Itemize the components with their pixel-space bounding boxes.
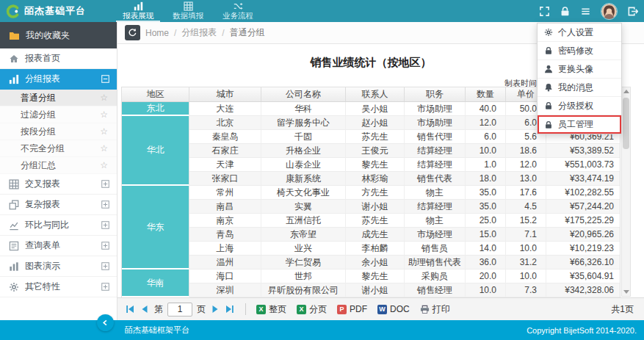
table-cell: 12.0: [506, 158, 546, 172]
scroll-up-icon[interactable]: [623, 90, 629, 93]
expand-icon[interactable]: [101, 262, 109, 270]
table-cell: 物主: [405, 186, 466, 200]
first-page-button[interactable]: [125, 304, 135, 314]
refresh-button[interactable]: [125, 25, 140, 40]
expand-icon[interactable]: [101, 200, 109, 209]
sidebar-subitem[interactable]: 分组汇总☆: [0, 157, 117, 174]
breadcrumb-current: 普通分组: [230, 26, 265, 39]
layers-icon: [9, 200, 19, 210]
table-cell: 35.0: [466, 200, 506, 214]
table-cell: 13.0: [506, 172, 546, 186]
table-row: 天津山泰企业黎先生结算经理1.012.0¥551,003.73: [189, 158, 620, 172]
sidebar-item-0[interactable]: 分组报表: [0, 69, 117, 90]
sidebar-collapse-button[interactable]: [97, 314, 114, 331]
bar-chart-icon: [134, 1, 143, 11]
menu-item-personal-settings[interactable]: 个人设置: [538, 23, 621, 42]
menu-item-label: 个人设置: [558, 26, 593, 39]
menu-toggle-icon[interactable]: [580, 6, 591, 17]
table-cell: 五洲信托: [261, 214, 346, 228]
table-cell: 10.0: [506, 270, 546, 283]
sidebar-subitem-label: 普通分组: [21, 92, 56, 104]
export-excel-fullpage-button[interactable]: X整页: [256, 303, 286, 316]
user-avatar[interactable]: [601, 3, 618, 20]
vertical-scrollbar[interactable]: [621, 87, 631, 297]
table-cell: 35.0: [466, 186, 506, 200]
sidebar-item-2[interactable]: 复杂报表: [0, 195, 117, 215]
table-cell: 东帝望: [261, 228, 346, 242]
export-doc-button[interactable]: WDOC: [377, 304, 410, 314]
table-cell: 1.0: [466, 158, 506, 172]
sidebar-item-report-home[interactable]: 报表首页: [0, 48, 117, 69]
star-icon[interactable]: ☆: [100, 110, 108, 119]
table-cell: 山泰企业: [261, 158, 346, 172]
sidebar-item-label: 查询表单: [25, 239, 60, 252]
table-cell: 15.2: [506, 214, 546, 228]
lock-screen-icon[interactable]: [560, 6, 571, 17]
nav-item-1[interactable]: 数据填报: [166, 0, 210, 22]
star-icon[interactable]: ☆: [100, 161, 108, 170]
table-cell: 大连: [189, 102, 261, 116]
nav-item-2[interactable]: 业务流程: [216, 0, 260, 22]
sidebar-item-1[interactable]: 交叉报表: [0, 174, 117, 195]
favorites-header[interactable]: 我的收藏夹: [0, 22, 117, 48]
logout-icon[interactable]: [627, 6, 638, 17]
scrollbar-thumb[interactable]: [623, 98, 629, 149]
sidebar-subitem[interactable]: 普通分组☆: [0, 90, 117, 106]
menu-item-employee-management[interactable]: 员工管理: [538, 115, 621, 134]
print-button[interactable]: 打印: [420, 303, 450, 316]
home-icon: [9, 54, 19, 64]
sidebar-subitem[interactable]: 不完全分组☆: [0, 140, 117, 157]
logo-text: 皕杰基础平台: [24, 4, 86, 18]
menu-item-change-password[interactable]: 密码修改: [538, 42, 621, 60]
table-cell: ¥35,604.91: [546, 270, 620, 283]
page-number-input[interactable]: [167, 303, 192, 317]
table-cell: 谢小姐: [346, 200, 405, 214]
sidebar-item-3[interactable]: 环比与同比: [0, 215, 117, 236]
star-icon[interactable]: ☆: [100, 144, 108, 153]
menu-item-label: 我的消息: [558, 82, 593, 94]
lock-icon: [544, 120, 553, 129]
prev-page-button[interactable]: [140, 304, 150, 314]
expand-icon[interactable]: [101, 283, 109, 291]
line-chart-icon: [9, 220, 19, 231]
table-cell: ¥33,474.19: [546, 172, 620, 186]
nav-item-0[interactable]: 报表展现: [116, 0, 160, 22]
table-cell: ¥57,244.20: [546, 200, 620, 214]
table-cell: 苏先生: [346, 214, 405, 228]
menu-item-tiered-authorization[interactable]: 分级授权: [538, 97, 621, 115]
last-page-button[interactable]: [225, 304, 235, 314]
menu-item-my-messages[interactable]: 我的消息: [538, 79, 621, 97]
sidebar-item-6[interactable]: 其它特性: [0, 277, 117, 297]
table-cell: 助理销售代表: [405, 256, 466, 270]
sidebar-item-5[interactable]: 图表演示: [0, 256, 117, 277]
top-header: 皕杰基础平台 报表展现数据填报业务流程: [0, 0, 644, 22]
next-page-button[interactable]: [210, 304, 220, 314]
table-cell: 市场助理: [405, 116, 466, 130]
expand-icon[interactable]: [101, 242, 109, 250]
sidebar-item-label: 图表演示: [25, 260, 60, 272]
scroll-down-icon[interactable]: [623, 290, 629, 294]
table-cell: 椅天文化事业: [261, 186, 346, 200]
expand-icon[interactable]: [101, 180, 109, 188]
table-cell: 南昌: [189, 200, 261, 214]
star-icon[interactable]: ☆: [100, 93, 108, 102]
breadcrumb-home[interactable]: Home: [145, 28, 169, 38]
footer-copyright: Copyright BijetSoft 2014-2020.: [527, 326, 637, 335]
collapse-icon[interactable]: [101, 75, 109, 83]
table-cell: 4.5: [506, 200, 546, 214]
sidebar-item-4[interactable]: 查询表单: [0, 236, 117, 256]
sidebar-subitem[interactable]: 按段分组☆: [0, 123, 117, 140]
star-icon[interactable]: ☆: [100, 127, 108, 136]
menu-item-change-avatar[interactable]: 更换头像: [538, 60, 621, 79]
column-header: 联系人: [346, 87, 405, 101]
expand-icon[interactable]: [101, 221, 109, 229]
export-excel-paged-button[interactable]: X分页: [297, 303, 327, 316]
table-cell: 学仁贸易: [261, 256, 346, 270]
table-cell: 12.0: [466, 116, 506, 130]
fullscreen-icon[interactable]: [539, 6, 550, 17]
export-pdf-button[interactable]: PPDF: [337, 304, 367, 314]
app-logo[interactable]: 皕杰基础平台: [0, 4, 110, 18]
table-cell: 昇昕股份有限公司: [261, 283, 346, 297]
breadcrumb-group-report[interactable]: 分组报表: [181, 26, 217, 39]
sidebar-subitem[interactable]: 过滤分组☆: [0, 106, 117, 123]
